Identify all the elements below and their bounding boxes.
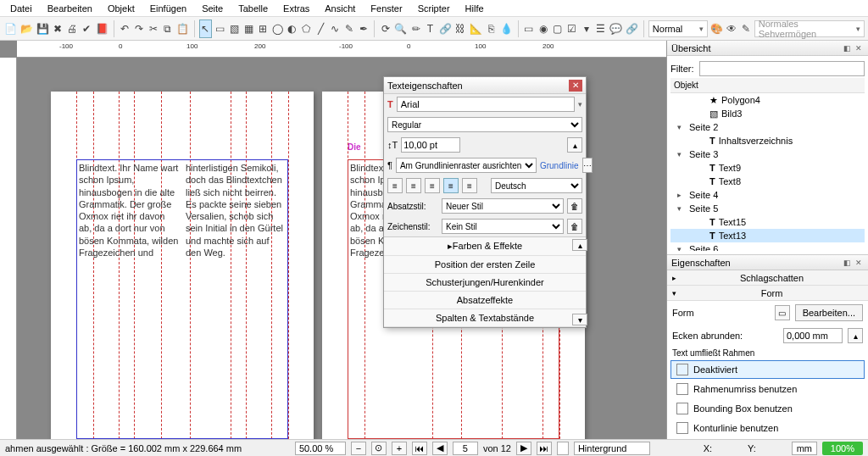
color-mgmt-icon[interactable]: 🎨 xyxy=(709,19,724,38)
panel-undock-icon[interactable]: ◧ xyxy=(842,258,852,268)
pdf-annot-icon[interactable]: 💬 xyxy=(609,19,623,38)
pdf-text-icon[interactable]: ▢ xyxy=(551,19,564,38)
measure-icon[interactable]: 📐 xyxy=(469,19,483,38)
tree-item[interactable]: ▾Seite 6 xyxy=(670,242,865,251)
spin-up-icon[interactable]: ▴ xyxy=(848,328,863,343)
section-orphans[interactable]: Schusterjungen/Hurenkinder xyxy=(384,274,586,292)
zoom-out-icon[interactable]: − xyxy=(351,442,366,455)
baseline-link[interactable]: Grundlinie xyxy=(540,161,579,170)
tree-item[interactable]: ▧Bild3 xyxy=(670,107,865,120)
close-icon[interactable]: ✖ xyxy=(52,19,64,38)
copy-props-icon[interactable]: ⎘ xyxy=(485,19,498,38)
align-center-icon[interactable]: ≡ xyxy=(406,178,421,193)
tree-item[interactable]: TText9 xyxy=(670,161,865,175)
filter-input[interactable] xyxy=(699,61,865,76)
text-properties-dialog[interactable]: Texteigenschaften ✕ T ▾ Regular ↕T 10,00… xyxy=(383,76,587,328)
pdf-icon[interactable]: 📕 xyxy=(95,19,109,38)
layer-select[interactable]: Hintergrund xyxy=(574,442,650,455)
vision-dropdown[interactable]: Normales Sehvermögen xyxy=(754,20,865,37)
text-frame-icon[interactable]: ▭ xyxy=(214,19,226,38)
copy-icon[interactable]: ⧉ xyxy=(161,19,174,38)
bezier-icon[interactable]: ∿ xyxy=(329,19,342,38)
image-frame-icon[interactable]: ▧ xyxy=(228,19,241,38)
menu-hilfe[interactable]: Hilfe xyxy=(459,2,491,15)
scroll-up-icon[interactable]: ▴ xyxy=(572,239,587,251)
tree-item[interactable]: TInhaltsverzeichnis xyxy=(670,134,865,147)
font-size-input[interactable]: 10,00 pt xyxy=(401,137,460,153)
shape-preview-icon[interactable]: ▭ xyxy=(775,305,790,320)
shape-icon[interactable]: ◯ xyxy=(271,19,284,38)
baseline-edit-icon[interactable]: ⋯ xyxy=(582,158,593,173)
menu-tabelle[interactable]: Tabelle xyxy=(231,2,275,15)
pdf-check-icon[interactable]: ☑ xyxy=(565,19,578,38)
font-family-input[interactable] xyxy=(397,97,575,112)
textflow-option[interactable]: Rahmenumriss benutzen xyxy=(670,380,865,398)
textflow-option[interactable]: Bounding Box benutzen xyxy=(670,399,865,418)
spin-buttons[interactable]: ▴ xyxy=(567,137,582,153)
undo-icon[interactable]: ↶ xyxy=(119,19,131,38)
align-full-icon[interactable]: ≡ xyxy=(462,178,477,193)
section-para-effects[interactable]: Absatzeffekte xyxy=(384,292,586,309)
section-first-line[interactable]: Position der ersten Zeile xyxy=(384,256,586,274)
line-icon[interactable]: ╱ xyxy=(314,19,327,38)
dialog-close-icon[interactable]: ✕ xyxy=(569,80,582,92)
section-colors[interactable]: ▸ Farben & Effekte xyxy=(384,237,586,256)
pdf-list-icon[interactable]: ☰ xyxy=(594,19,607,38)
tree-item[interactable]: ▾Seite 5 xyxy=(670,202,865,215)
preview-icon[interactable]: 👁 xyxy=(726,19,738,38)
first-page-icon[interactable]: ⏮ xyxy=(412,442,427,455)
page-left[interactable]: Blindtext. Ihr Name wart schon Ipsum, hi… xyxy=(51,92,314,439)
menu-datei[interactable]: Datei xyxy=(3,2,39,15)
char-style-select[interactable]: Kein Stil xyxy=(442,219,564,234)
edit-contents-icon[interactable]: ✏ xyxy=(409,19,422,38)
zoom-reset-icon[interactable]: ⊙ xyxy=(371,442,387,455)
menu-bearbeiten[interactable]: Bearbeiten xyxy=(41,2,99,15)
tree-item[interactable]: ★Polygon4 xyxy=(670,93,865,107)
panel-undock-icon[interactable]: ◧ xyxy=(842,43,852,53)
menu-einfuegen[interactable]: Einfügen xyxy=(143,2,193,15)
align-right-icon[interactable]: ≡ xyxy=(425,178,440,193)
tree-item[interactable]: TText13 xyxy=(670,229,865,242)
arc-icon[interactable]: ◐ xyxy=(286,19,298,38)
pdf-combo-icon[interactable]: ▾ xyxy=(580,19,593,38)
save-icon[interactable]: 💾 xyxy=(36,19,50,38)
pdf-radio-icon[interactable]: ◉ xyxy=(537,19,549,38)
link-frames-icon[interactable]: 🔗 xyxy=(438,19,453,38)
para-style-clear-icon[interactable]: 🗑 xyxy=(567,198,582,214)
outline-tree[interactable]: ★Polygon4▧Bild3▾Seite 2TInhaltsverzeichn… xyxy=(670,93,865,251)
render-frame-icon[interactable]: ▦ xyxy=(242,19,255,38)
chevron-down-icon[interactable]: ▾ xyxy=(578,100,582,108)
section-shape[interactable]: ▾Form xyxy=(667,286,868,301)
round-corners-input[interactable] xyxy=(783,328,843,343)
page-number-field[interactable]: 5 xyxy=(453,442,478,455)
tree-item[interactable]: TText15 xyxy=(670,215,865,229)
language-select[interactable]: Deutsch xyxy=(491,178,582,193)
pdf-button-icon[interactable]: ▭ xyxy=(522,19,535,38)
menu-fenster[interactable]: Fenster xyxy=(364,2,409,15)
scroll-down-icon[interactable]: ▾ xyxy=(572,314,587,325)
zoom-icon[interactable]: 🔍 xyxy=(393,19,408,38)
prev-page-icon[interactable]: ◀ xyxy=(432,442,448,455)
rotate-icon[interactable]: ⟳ xyxy=(379,19,392,38)
menu-objekt[interactable]: Objekt xyxy=(101,2,142,15)
align-left-icon[interactable]: ≡ xyxy=(387,178,403,193)
tree-item[interactable]: ▸Seite 4 xyxy=(670,188,865,202)
tree-item[interactable]: ▾Seite 2 xyxy=(670,120,865,134)
new-icon[interactable]: 📄 xyxy=(3,19,18,38)
freehand-icon[interactable]: ✎ xyxy=(343,19,356,38)
unit-select[interactable]: mm xyxy=(792,442,817,455)
redo-icon[interactable]: ↷ xyxy=(132,19,145,38)
table-icon[interactable]: ⊞ xyxy=(257,19,270,38)
textflow-option[interactable]: Deaktiviert xyxy=(670,360,865,379)
edit-shape-button[interactable]: Bearbeiten... xyxy=(795,304,863,321)
cut-icon[interactable]: ✂ xyxy=(147,19,159,38)
textflow-option[interactable]: Konturlinie benutzen xyxy=(670,419,865,437)
tree-item[interactable]: TText8 xyxy=(670,175,865,188)
last-page-icon[interactable]: ⏭ xyxy=(537,442,552,455)
polygon-icon[interactable]: ⬠ xyxy=(300,19,313,38)
edit-in-preview-icon[interactable]: ✎ xyxy=(740,19,753,38)
section-columns[interactable]: Spalten & Textabstände xyxy=(384,309,586,327)
layer-swatch[interactable] xyxy=(557,442,569,455)
open-icon[interactable]: 📂 xyxy=(19,19,34,38)
menu-seite[interactable]: Seite xyxy=(195,2,230,15)
